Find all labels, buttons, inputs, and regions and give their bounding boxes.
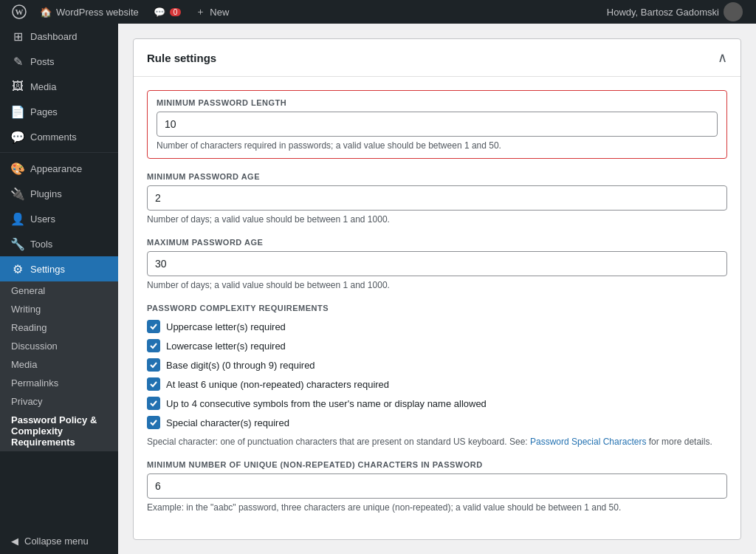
checkbox-consecutive[interactable]: Up to 4 consecutive symbols from the use… (147, 397, 727, 410)
sidebar-item-plugins[interactable]: 🔌 Plugins (0, 181, 118, 206)
collapse-menu-button[interactable]: ◀ Collapse menu (0, 528, 118, 554)
sidebar-item-media[interactable]: 🖼 Media (0, 74, 118, 99)
sidebar-item-users[interactable]: 👤 Users (0, 206, 118, 231)
card-header: Rule settings ∧ (134, 39, 740, 77)
pages-icon: 📄 (11, 105, 24, 118)
plugins-icon: 🔌 (11, 187, 24, 200)
media-icon: 🖼 (11, 80, 24, 93)
max-password-age-label: MAXIMUM PASSWORD AGE (147, 238, 727, 247)
plus-icon: ＋ (196, 5, 205, 18)
users-icon: 👤 (11, 212, 24, 225)
comments-nav-icon: 💬 (11, 130, 24, 143)
submenu-discussion[interactable]: Discussion (0, 337, 118, 355)
checkbox-digits-box[interactable] (147, 358, 160, 372)
checkbox-digits[interactable]: Base digit(s) (0 through 9) required (147, 358, 727, 372)
sidebar-item-appearance[interactable]: 🎨 Appearance (0, 156, 118, 181)
checkbox-special-box[interactable] (147, 416, 160, 429)
special-char-note: Special character: one of punctuation ch… (147, 437, 727, 447)
sidebar-item-tools[interactable]: 🔧 Tools (0, 231, 118, 256)
collapse-card-button[interactable]: ∧ (718, 49, 727, 66)
comments-link[interactable]: 💬 0 (146, 0, 189, 24)
submenu-permalinks[interactable]: Permalinks (0, 374, 118, 392)
checkbox-uppercase-box[interactable] (147, 320, 160, 333)
checkbox-unique[interactable]: At least 6 unique (non-repeated) charact… (147, 377, 727, 391)
submenu-reading[interactable]: Reading (0, 318, 118, 337)
checkbox-consecutive-box[interactable] (147, 397, 160, 410)
new-content-link[interactable]: ＋ New (188, 0, 236, 24)
sidebar: ⊞ Dashboard ✎ Posts 🖼 Media 📄 Pages 💬 Co… (0, 24, 118, 554)
user-info: Howdy, Bartosz Gadomski (599, 2, 750, 21)
submenu-writing[interactable]: Writing (0, 300, 118, 318)
password-special-chars-link[interactable]: Password Special Characters (530, 437, 646, 447)
posts-icon: ✎ (11, 55, 24, 68)
dashboard-icon: ⊞ (11, 30, 24, 43)
min-password-age-input[interactable] (147, 185, 727, 211)
sidebar-item-settings[interactable]: ⚙ Settings (0, 256, 118, 281)
rule-settings-card: Rule settings ∧ MINIMUM PASSWORD LENGTH … (133, 38, 741, 540)
card-body: MINIMUM PASSWORD LENGTH Number of charac… (134, 77, 740, 539)
collapse-icon: ◀ (11, 536, 18, 547)
sidebar-item-comments[interactable]: 💬 Comments (0, 124, 118, 149)
howdy-text: Howdy, Bartosz Gadomski (607, 7, 719, 18)
min-password-age-hint: Number of days; a valid value should be … (147, 214, 727, 225)
avatar (724, 2, 743, 21)
min-password-length-group: MINIMUM PASSWORD LENGTH Number of charac… (147, 90, 727, 159)
checkbox-special[interactable]: Special character(s) required (147, 416, 727, 429)
appearance-icon: 🎨 (11, 162, 24, 175)
sidebar-item-pages[interactable]: 📄 Pages (0, 99, 118, 124)
sidebar-item-posts[interactable]: ✎ Posts (0, 49, 118, 74)
checkbox-lowercase[interactable]: Lowercase letter(s) required (147, 339, 727, 352)
min-unique-chars-group: MINIMUM NUMBER OF UNIQUE (NON-REPEATED) … (147, 460, 727, 513)
min-password-age-label: MINIMUM PASSWORD AGE (147, 172, 727, 181)
submenu-media[interactable]: Media (0, 355, 118, 374)
max-password-age-input[interactable] (147, 251, 727, 276)
settings-icon: ⚙ (11, 262, 24, 276)
submenu-password-policy[interactable]: Password Policy & Complexity Requirement… (0, 411, 118, 451)
checkbox-uppercase[interactable]: Uppercase letter(s) required (147, 320, 727, 333)
checkbox-lowercase-box[interactable] (147, 339, 160, 352)
checkbox-list: Uppercase letter(s) required Lowercase l… (147, 320, 727, 429)
wp-logo[interactable]: W (6, 0, 32, 24)
main-content: Rule settings ∧ MINIMUM PASSWORD LENGTH … (118, 24, 756, 554)
svg-text:W: W (16, 7, 24, 16)
comments-icon: 💬 (154, 7, 165, 18)
tools-icon: 🔧 (11, 237, 24, 250)
max-password-age-group: MAXIMUM PASSWORD AGE Number of days; a v… (147, 238, 727, 290)
min-password-length-label: MINIMUM PASSWORD LENGTH (157, 98, 718, 107)
card-title: Rule settings (147, 52, 216, 64)
min-password-length-hint: Number of characters required in passwor… (157, 140, 718, 151)
min-password-length-input[interactable] (157, 112, 718, 137)
home-icon: 🏠 (40, 7, 52, 18)
complexity-label: PASSWORD COMPLEXITY REQUIREMENTS (147, 304, 727, 312)
submenu-general[interactable]: General (0, 281, 118, 300)
checkbox-unique-box[interactable] (147, 377, 160, 391)
site-name-link[interactable]: 🏠 WordPress website (32, 0, 146, 24)
admin-bar: W 🏠 WordPress website 💬 0 ＋ New Howdy, B… (0, 0, 756, 24)
min-unique-chars-input[interactable] (147, 473, 727, 499)
sidebar-item-dashboard[interactable]: ⊞ Dashboard (0, 24, 118, 49)
min-unique-chars-label: MINIMUM NUMBER OF UNIQUE (NON-REPEATED) … (147, 460, 727, 469)
min-password-age-group: MINIMUM PASSWORD AGE Number of days; a v… (147, 172, 727, 225)
submenu-privacy[interactable]: Privacy (0, 392, 118, 411)
complexity-group: PASSWORD COMPLEXITY REQUIREMENTS Upperca… (147, 304, 727, 447)
min-unique-chars-hint: Example: in the "aabc" password, three c… (147, 502, 727, 513)
max-password-age-hint: Number of days; a valid value should be … (147, 280, 727, 290)
comments-count: 0 (170, 8, 182, 16)
